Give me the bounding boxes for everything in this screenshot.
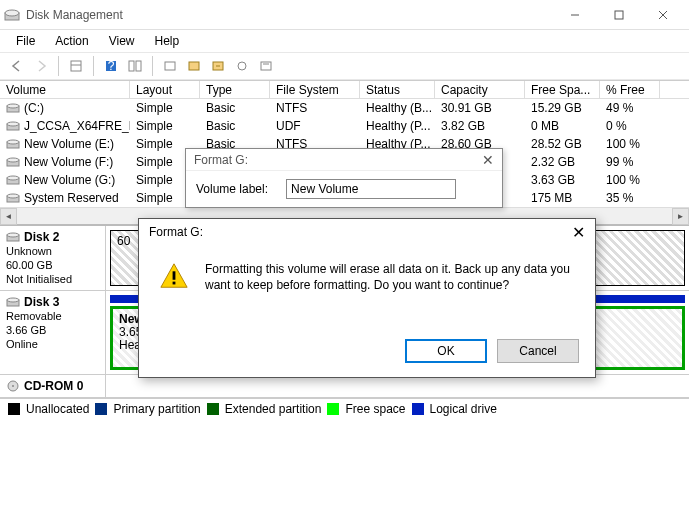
volume-row[interactable]: J_CCSA_X64FRE_E... Simple Basic UDF Heal…: [0, 117, 689, 135]
format-dialog-close-icon[interactable]: ✕: [482, 152, 494, 168]
layout-icon[interactable]: [124, 55, 146, 77]
cell-type: Basic: [200, 101, 270, 115]
svg-point-33: [7, 298, 19, 302]
cell-type: Basic: [200, 119, 270, 133]
disk-2-size: 60.00 GB: [6, 258, 99, 272]
cell-status: Healthy (B...: [360, 101, 435, 115]
cell-free: 2.32 GB: [525, 155, 600, 169]
legend-logical: Logical drive: [430, 402, 497, 416]
cdrom-icon: [6, 380, 20, 392]
svg-rect-6: [71, 61, 81, 71]
volume-label-input[interactable]: [286, 179, 456, 199]
col-fs[interactable]: File System: [270, 81, 360, 99]
scroll-right-button[interactable]: ►: [672, 208, 689, 225]
cell-pct: 0 %: [600, 119, 660, 133]
warning-icon: [159, 261, 189, 291]
cell-capacity: 30.91 GB: [435, 101, 525, 115]
legend-swatch-ext: [207, 403, 219, 415]
cell-pct: 35 %: [600, 191, 660, 205]
svg-point-21: [7, 122, 19, 126]
tool-icon-3[interactable]: [207, 55, 229, 77]
tool-icon-1[interactable]: [159, 55, 181, 77]
svg-point-1: [5, 10, 19, 16]
svg-point-29: [7, 194, 19, 198]
format-dialog: Format G: ✕ Volume label:: [185, 148, 503, 208]
col-free[interactable]: Free Spa...: [525, 81, 600, 99]
tool-icon-4[interactable]: [231, 55, 253, 77]
tool-icon-5[interactable]: [255, 55, 277, 77]
volume-icon: [6, 192, 20, 204]
svg-text:?: ?: [108, 59, 115, 73]
cell-free: 15.29 GB: [525, 101, 600, 115]
cell-capacity: 3.82 GB: [435, 119, 525, 133]
col-layout[interactable]: Layout: [130, 81, 200, 99]
help-icon[interactable]: ?: [100, 55, 122, 77]
legend-swatch-primary: [95, 403, 107, 415]
minimize-button[interactable]: [553, 1, 597, 29]
col-pct[interactable]: % Free: [600, 81, 660, 99]
legend-ext: Extended partition: [225, 402, 322, 416]
ok-button[interactable]: OK: [405, 339, 487, 363]
col-status[interactable]: Status: [360, 81, 435, 99]
properties-icon[interactable]: [65, 55, 87, 77]
back-button[interactable]: [6, 55, 28, 77]
svg-point-25: [7, 158, 19, 162]
disk-mgmt-icon: [4, 7, 20, 23]
legend-unalloc: Unallocated: [26, 402, 89, 416]
confirm-dialog-title: Format G:: [149, 225, 572, 239]
svg-rect-36: [173, 271, 176, 279]
svg-point-27: [7, 176, 19, 180]
volume-icon: [6, 156, 20, 168]
volume-name: J_CCSA_X64FRE_E...: [24, 119, 130, 133]
volume-icon: [6, 138, 20, 150]
volume-name: New Volume (F:): [24, 155, 113, 169]
list-header: Volume Layout Type File System Status Ca…: [0, 81, 689, 99]
svg-rect-37: [173, 282, 176, 285]
maximize-button[interactable]: [597, 1, 641, 29]
legend-swatch-unalloc: [8, 403, 20, 415]
menu-help[interactable]: Help: [145, 32, 190, 50]
disk-row-cdrom[interactable]: CD-ROM 0: [0, 375, 689, 398]
confirm-dialog-close-icon[interactable]: ✕: [572, 223, 585, 242]
disk-icon: [6, 231, 20, 243]
svg-rect-12: [165, 62, 175, 70]
menu-view[interactable]: View: [99, 32, 145, 50]
legend-primary: Primary partition: [113, 402, 200, 416]
col-capacity[interactable]: Capacity: [435, 81, 525, 99]
forward-button[interactable]: [30, 55, 52, 77]
svg-rect-11: [136, 61, 141, 71]
volume-icon: [6, 120, 20, 132]
volume-row[interactable]: (C:) Simple Basic NTFS Healthy (B... 30.…: [0, 99, 689, 117]
svg-rect-13: [189, 62, 199, 70]
legend: Unallocated Primary partition Extended p…: [0, 398, 689, 418]
svg-rect-3: [615, 11, 623, 19]
tool-icon-2[interactable]: [183, 55, 205, 77]
disk-2-state: Not Initialised: [6, 272, 99, 286]
col-volume[interactable]: Volume: [0, 81, 130, 99]
scroll-left-button[interactable]: ◄: [0, 208, 17, 225]
legend-swatch-logical: [412, 403, 424, 415]
disk-2-name: Disk 2: [24, 230, 59, 244]
disk-3-name: Disk 3: [24, 295, 59, 309]
disk-3-info: Disk 3 Removable 3.66 GB Online: [0, 291, 106, 374]
toolbar: ?: [0, 52, 689, 80]
svg-point-19: [7, 104, 19, 108]
cell-pct: 49 %: [600, 101, 660, 115]
svg-point-31: [7, 233, 19, 237]
cell-free: 28.52 GB: [525, 137, 600, 151]
col-type[interactable]: Type: [200, 81, 270, 99]
volume-name: System Reserved: [24, 191, 119, 205]
disk-3-state: Online: [6, 337, 99, 351]
cell-free: 3.63 GB: [525, 173, 600, 187]
svg-point-15: [238, 62, 246, 70]
disk-icon: [6, 296, 20, 308]
menu-file[interactable]: File: [6, 32, 45, 50]
menu-action[interactable]: Action: [45, 32, 98, 50]
cell-layout: Simple: [130, 119, 200, 133]
close-button[interactable]: [641, 1, 685, 29]
confirm-message: Formatting this volume will erase all da…: [205, 261, 575, 293]
cell-free: 0 MB: [525, 119, 600, 133]
disk-3-size: 3.66 GB: [6, 323, 99, 337]
legend-swatch-free: [327, 403, 339, 415]
cancel-button[interactable]: Cancel: [497, 339, 579, 363]
